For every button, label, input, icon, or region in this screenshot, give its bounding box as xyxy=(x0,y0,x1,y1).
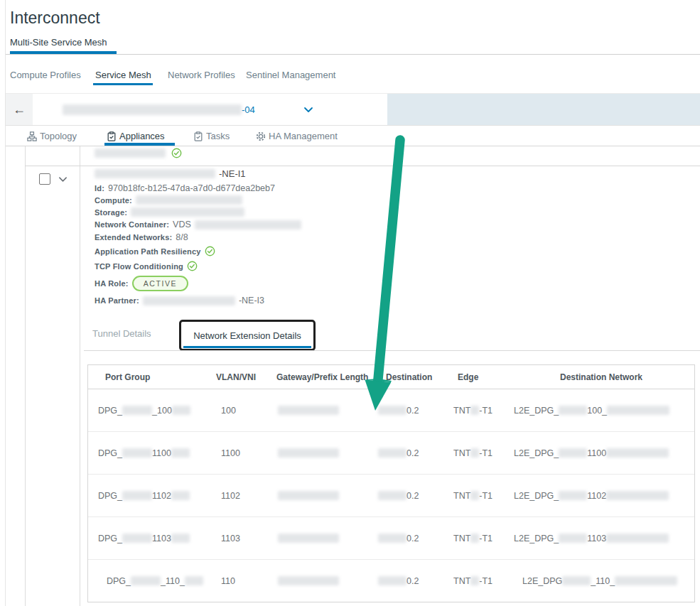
cell-gateway xyxy=(267,576,374,585)
tab-network-profiles[interactable]: Network Profiles xyxy=(168,70,235,80)
cell-vlan-vni: 1102 xyxy=(209,491,267,501)
column-header-vlan-vni: VLAN/VNI xyxy=(209,372,267,382)
extended-networks-value: 8/8 xyxy=(176,232,188,242)
redacted-text xyxy=(171,448,190,458)
cell-vlan-vni: 110 xyxy=(209,576,267,586)
cell-destination-network: L2E_DPG_1103 xyxy=(511,534,694,543)
list-cell-separator xyxy=(80,146,80,606)
tab-network-extension-details[interactable]: Network Extension Details xyxy=(179,320,316,351)
redacted-storage xyxy=(131,207,244,217)
redacted-compute xyxy=(136,195,242,205)
redacted-text xyxy=(606,491,669,500)
table-row: DPG_1100 1100 0.2 TNT-T1 L2E_DPG_1100 xyxy=(88,432,694,475)
redacted-text xyxy=(278,448,339,458)
subtab-ha-management[interactable]: HA Management xyxy=(256,131,338,141)
redacted-text xyxy=(278,406,339,415)
id-label: Id: xyxy=(95,184,104,193)
column-header-port-group: Port Group xyxy=(88,372,209,382)
chevron-down-icon xyxy=(303,107,313,113)
cell-port-group: DPG__100 xyxy=(88,406,209,416)
cell-vlan-vni: 1103 xyxy=(209,534,267,543)
cell-edge: TNT-T1 xyxy=(441,576,511,586)
redacted-text xyxy=(378,491,406,500)
list-left-border xyxy=(25,146,26,606)
compute-line: Compute: xyxy=(95,195,301,205)
redacted-text xyxy=(378,448,406,458)
table-header-row: Port Group VLAN/VNI Gateway/Prefix Lengt… xyxy=(88,365,694,389)
ha-partner-suffix: -NE-I3 xyxy=(239,296,264,305)
tcp-flow-line: TCP Flow Conditioning xyxy=(95,260,301,272)
subtab-ha-management-label: HA Management xyxy=(269,131,338,141)
gear-icon xyxy=(256,131,266,141)
storage-label: Storage: xyxy=(95,208,127,217)
redacted-text xyxy=(378,576,406,585)
cell-gateway xyxy=(267,406,374,415)
cell-destination-network: L2E_DPG_1100 xyxy=(511,448,694,458)
cell-destination-network: L2E_DPG_1102 xyxy=(511,491,694,501)
breadcrumb-multi-site-service-mesh[interactable]: Multi-Site Service Mesh xyxy=(10,37,107,48)
redacted-text xyxy=(378,534,406,543)
detail-tabs-divider xyxy=(84,350,700,351)
cell-destination: 0.2 xyxy=(374,448,441,458)
ha-role-active-badge: ACTIVE xyxy=(132,276,189,291)
redacted-text xyxy=(606,534,669,543)
table-row: DPG_1103 1103 0.2 TNT-T1 L2E_DPG_1103 xyxy=(88,517,694,560)
compute-label: Compute: xyxy=(95,196,132,205)
row-separator xyxy=(25,166,700,166)
redacted-text xyxy=(122,491,152,500)
column-header-edge: Edge xyxy=(441,372,511,382)
network-container-line: Network Container: VDS xyxy=(95,220,301,229)
network-container-value-prefix: VDS xyxy=(173,220,191,229)
redacted-text xyxy=(278,491,339,500)
cell-destination: 0.2 xyxy=(374,406,441,416)
subtab-tasks[interactable]: Tasks xyxy=(193,131,230,141)
cell-edge: TNT-T1 xyxy=(441,534,511,543)
column-header-gateway-prefix: Gateway/Prefix Length xyxy=(267,372,374,382)
back-button[interactable]: ← xyxy=(6,94,33,125)
redacted-text xyxy=(470,491,479,500)
appliance-name-suffix: -NE-I1 xyxy=(219,168,246,179)
tab-sentinel-management[interactable]: Sentinel Management xyxy=(246,70,335,80)
cell-destination-network: L2E_DPG_100_ xyxy=(511,406,694,416)
redacted-text xyxy=(278,534,339,543)
appliance-row-checkbox[interactable] xyxy=(39,173,50,185)
redacted-text xyxy=(122,534,152,543)
tab-tunnel-details[interactable]: Tunnel Details xyxy=(92,328,151,339)
cell-vlan-vni: 1100 xyxy=(209,448,267,458)
redacted-text xyxy=(122,448,152,458)
redacted-ha-partner xyxy=(143,296,235,305)
success-check-icon xyxy=(187,261,198,271)
tab-compute-profiles[interactable]: Compute Profiles xyxy=(10,70,81,80)
tab-service-mesh[interactable]: Service Mesh xyxy=(95,70,151,80)
active-detail-tab-underline xyxy=(183,346,311,348)
redacted-text xyxy=(559,448,587,458)
redacted-text xyxy=(470,448,479,458)
mesh-name-suffix: -04 xyxy=(242,104,255,115)
cell-destination: 0.2 xyxy=(374,491,441,501)
appliance-details: -NE-I1 Id: 970b18fc-b125-47da-a7d0-d677d… xyxy=(95,168,301,305)
redacted-text xyxy=(470,406,479,415)
tcp-flow-label: TCP Flow Conditioning xyxy=(95,262,183,271)
network-extension-details-label: Network Extension Details xyxy=(193,330,301,341)
cell-port-group: DPG__110_ xyxy=(88,576,209,586)
service-mesh-selector[interactable]: -04 xyxy=(33,94,387,125)
redacted-text xyxy=(171,491,190,500)
redacted-text xyxy=(470,576,479,585)
storage-line: Storage: xyxy=(95,207,301,217)
cell-port-group: DPG_1102 xyxy=(88,491,209,501)
row-expand-chevron-icon[interactable] xyxy=(58,176,68,183)
redacted-text xyxy=(278,576,339,585)
table-row: DPG__110_ 110 0.2 TNT-T1 L2E_DPG_110_ xyxy=(88,560,694,602)
header-divider xyxy=(6,54,700,55)
toolbar-highlight-area xyxy=(387,94,700,125)
redacted-text xyxy=(131,576,161,585)
subtab-tasks-label: Tasks xyxy=(206,131,230,141)
redacted-text xyxy=(562,576,591,585)
subtab-topology[interactable]: Topology xyxy=(27,131,77,141)
subtab-appliances[interactable]: Appliances xyxy=(107,131,165,141)
appliance-name-line: -NE-I1 xyxy=(95,168,301,179)
redacted-text xyxy=(172,406,190,415)
redacted-text xyxy=(171,534,190,543)
extended-networks-label: Extended Networks: xyxy=(95,233,172,242)
page-title: Interconnect xyxy=(10,9,100,28)
